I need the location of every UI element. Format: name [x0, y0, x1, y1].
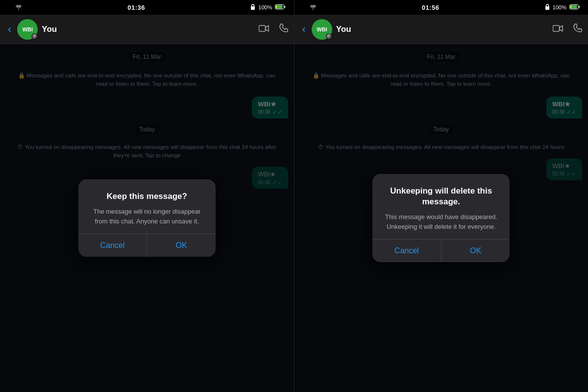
right-back-button[interactable]: ‹ — [300, 21, 308, 38]
right-chat-header: ‹ WBI ⏱ You — [294, 15, 588, 44]
left-header-actions — [259, 24, 288, 35]
left-dialog-content: Keep this message? The message will no l… — [78, 179, 216, 234]
left-back-button[interactable]: ‹ — [6, 21, 13, 38]
right-header-actions — [553, 24, 582, 35]
right-airplane-icon: ✈ — [302, 4, 307, 11]
left-status-time: 01:36 — [127, 4, 145, 11]
right-dialog-buttons: Cancel OK — [372, 240, 510, 262]
left-dialog-overlay: Keep this message? The message will no l… — [0, 44, 294, 392]
left-chat-header: ‹ WBI ⏱ You — [0, 15, 294, 44]
left-dialog-buttons: Cancel OK — [78, 234, 216, 257]
right-ok-button[interactable]: OK — [441, 240, 510, 262]
right-dialog-content: Unkeeping will delete this message. This… — [372, 174, 510, 239]
left-avatar-text: WBI — [23, 26, 33, 32]
left-wifi-icon — [15, 4, 22, 10]
left-airplane-icon: ✈ — [8, 4, 12, 11]
svg-rect-0 — [251, 6, 255, 10]
left-video-icon[interactable] — [259, 24, 270, 35]
left-battery-icon — [275, 4, 286, 11]
right-battery-icon — [569, 4, 580, 11]
right-cancel-button[interactable]: Cancel — [372, 240, 441, 262]
right-wifi-icon — [310, 4, 317, 10]
phones-container: ✈ 01:36 100% ‹ WBI ⏱ — [0, 0, 588, 392]
svg-rect-5 — [545, 6, 549, 10]
right-dialog-message: This message would have disappeared. Unk… — [382, 212, 500, 231]
right-avatar-text: WBI — [317, 26, 327, 32]
right-dialog-overlay: Unkeeping will delete this message. This… — [294, 44, 588, 392]
right-chat-body: Fri, 11 Mar 🔒 Messages and calls are end… — [294, 44, 588, 392]
left-dialog: Keep this message? The message will no l… — [78, 179, 216, 257]
svg-rect-4 — [259, 25, 265, 31]
right-status-right: 100% — [545, 4, 580, 11]
right-battery-pct: 100% — [553, 4, 566, 10]
right-avatar[interactable]: WBI ⏱ — [312, 19, 332, 40]
left-status-left: ✈ — [8, 4, 22, 11]
left-avatar[interactable]: WBI ⏱ — [17, 19, 38, 40]
left-lock-icon — [250, 4, 255, 11]
left-dialog-message: The message will no longer disappear fro… — [88, 207, 206, 226]
left-phone-panel: ✈ 01:36 100% ‹ WBI ⏱ — [0, 0, 294, 392]
left-phone-icon[interactable] — [279, 24, 288, 35]
right-dialog-title: Unkeeping will delete this message. — [382, 186, 500, 207]
left-cancel-button[interactable]: Cancel — [78, 234, 147, 257]
left-avatar-badge: ⏱ — [31, 33, 37, 39]
right-status-left: ✈ — [302, 4, 317, 11]
left-battery-pct: 100% — [258, 4, 272, 10]
right-video-icon[interactable] — [553, 24, 564, 35]
right-avatar-badge: ⏱ — [326, 33, 332, 39]
right-contact-name[interactable]: You — [336, 24, 549, 34]
right-phone-panel: ✈ 01:56 100% ‹ WBI ⏱ — [294, 0, 588, 392]
right-dialog: Unkeeping will delete this message. This… — [372, 174, 510, 262]
right-status-time: 01:56 — [422, 4, 440, 11]
svg-rect-3 — [276, 5, 277, 8]
left-chat-body: Fri, 11 Mar 🔒 Messages and calls are end… — [0, 44, 294, 392]
left-status-right: 100% — [250, 4, 286, 11]
left-ok-button[interactable]: OK — [147, 234, 216, 257]
right-phone-icon[interactable] — [573, 24, 582, 35]
left-dialog-title: Keep this message? — [88, 191, 206, 202]
svg-rect-9 — [553, 25, 560, 31]
left-contact-name[interactable]: You — [42, 24, 254, 34]
left-status-bar: ✈ 01:36 100% — [0, 0, 294, 15]
svg-rect-8 — [570, 5, 571, 8]
right-lock-icon — [545, 4, 550, 11]
right-status-bar: ✈ 01:56 100% — [294, 0, 588, 15]
